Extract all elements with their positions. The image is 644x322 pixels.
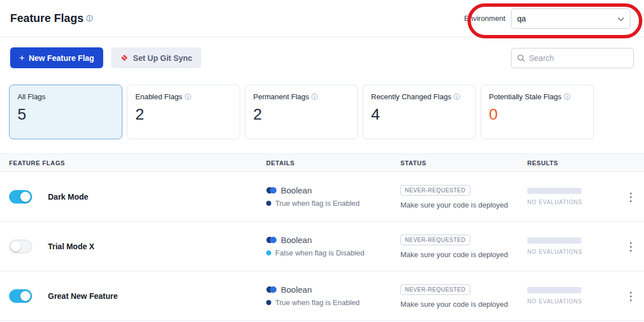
status-badge: NEVER-REQUESTED (400, 284, 470, 295)
info-icon[interactable]: ⓘ (564, 94, 571, 100)
new-feature-flag-button[interactable]: + New Feature Flag (10, 47, 103, 68)
stat-cards: All Flagsⓘ 5 Enabled Flagsⓘ 2 Permanent … (9, 85, 634, 139)
table-row: Dark Mode Boolean True when flag is Enab… (0, 172, 644, 222)
flag-detail: True when flag is Enabled (275, 298, 360, 307)
stat-card-enabled-flags[interactable]: Enabled Flagsⓘ 2 (127, 85, 240, 139)
status-badge: NEVER-REQUESTED (400, 185, 470, 196)
boolean-type-icon (266, 187, 277, 194)
row-menu-kebab-icon[interactable]: ⋮ (621, 189, 641, 205)
column-header-status: STATUS (400, 160, 527, 166)
info-icon[interactable]: ⓘ (184, 94, 191, 100)
flag-type: Boolean (281, 235, 312, 245)
environment-selector-group: Environment qa (464, 8, 630, 29)
environment-value: qa (517, 14, 526, 23)
column-header-details: DETAILS (266, 160, 400, 166)
git-sync-icon (120, 54, 129, 62)
status-badge: NEVER-REQUESTED (400, 235, 470, 245)
search-input[interactable] (529, 54, 628, 63)
environment-label: Environment (464, 14, 505, 23)
stat-card-value: 5 (17, 105, 114, 123)
flag-type: Boolean (281, 285, 312, 294)
results-text: NO EVALUATIONS (527, 249, 617, 255)
results-bar (527, 287, 581, 293)
status-text: Make sure your code is deployed (400, 201, 527, 209)
toggle-knob (20, 192, 30, 202)
flag-toggle[interactable] (9, 240, 32, 253)
flag-detail: True when flag is Enabled (275, 199, 360, 208)
info-icon[interactable]: ⓘ (311, 94, 318, 100)
info-icon[interactable]: ⓘ (453, 94, 460, 100)
page-title: Feature Flags ⓘ (10, 12, 93, 25)
stat-card-label: Recently Changed Flags (371, 92, 451, 101)
flag-toggle[interactable] (9, 190, 32, 204)
stat-card-label: Permanent Flags (253, 92, 309, 101)
page-title-text: Feature Flags (10, 12, 83, 25)
stat-card-all-flags[interactable]: All Flagsⓘ 5 (9, 85, 122, 139)
search-box (511, 48, 634, 68)
boolean-type-icon (266, 286, 277, 293)
boolean-type-icon (266, 236, 277, 244)
stat-card-value: 2 (135, 105, 232, 123)
flag-name[interactable]: Trial Mode X (48, 242, 94, 251)
flag-type: Boolean (281, 186, 312, 195)
stat-card-recently-changed-flags[interactable]: Recently Changed Flagsⓘ 4 (363, 85, 476, 139)
table-row: Trial Mode X Boolean False when flag is … (0, 222, 644, 271)
setup-git-sync-label: Set Up Git Sync (133, 54, 192, 63)
flag-detail: False when flag is Disabled (275, 249, 364, 257)
toggle-knob (11, 241, 21, 252)
value-dot (266, 250, 271, 255)
status-text: Make sure your code is deployed (400, 250, 527, 259)
table-row: Great New Feature Boolean True when flag… (0, 271, 644, 321)
results-text: NO EVALUATIONS (527, 199, 617, 205)
stat-card-potentially-stale-flags[interactable]: Potentially Stale Flagsⓘ 0 (480, 85, 594, 139)
toggle-knob (20, 291, 30, 301)
flag-name[interactable]: Dark Mode (48, 192, 89, 201)
results-text: NO EVALUATIONS (527, 298, 617, 305)
toolbar: + New Feature Flag Set Up Git Sync (10, 47, 634, 68)
results-bar (527, 188, 581, 194)
row-menu-kebab-icon[interactable]: ⋮ (621, 288, 641, 304)
row-menu-kebab-icon[interactable]: ⋮ (621, 239, 641, 254)
stat-card-value: 0 (489, 105, 585, 123)
chevron-down-icon (617, 14, 624, 23)
search-icon (517, 54, 525, 62)
environment-select[interactable]: qa (511, 8, 630, 29)
column-header-feature-flags: FEATURE FLAGS (9, 160, 266, 166)
stat-card-label: Enabled Flags (135, 92, 182, 101)
results-bar (527, 237, 581, 244)
stat-card-value: 4 (371, 105, 467, 123)
flag-name[interactable]: Great New Feature (48, 292, 118, 301)
setup-git-sync-button[interactable]: Set Up Git Sync (111, 47, 201, 68)
stat-card-permanent-flags[interactable]: Permanent Flagsⓘ 2 (245, 85, 358, 139)
table-header: FEATURE FLAGS DETAILS STATUS RESULTS (0, 153, 644, 172)
status-text: Make sure your code is deployed (400, 300, 527, 308)
value-dot (266, 300, 271, 305)
stat-card-label: Potentially Stale Flags (489, 92, 562, 101)
stat-card-value: 2 (253, 105, 350, 123)
new-feature-flag-label: New Feature Flag (29, 54, 94, 63)
page-header: Feature Flags ⓘ Environment qa (0, 0, 644, 37)
value-dot (266, 201, 271, 206)
plus-icon: + (19, 52, 25, 64)
info-icon[interactable]: ⓘ (86, 15, 93, 22)
column-header-results: RESULTS (527, 160, 617, 166)
flag-toggle[interactable] (9, 289, 32, 303)
stat-card-label: All Flags (17, 92, 46, 101)
